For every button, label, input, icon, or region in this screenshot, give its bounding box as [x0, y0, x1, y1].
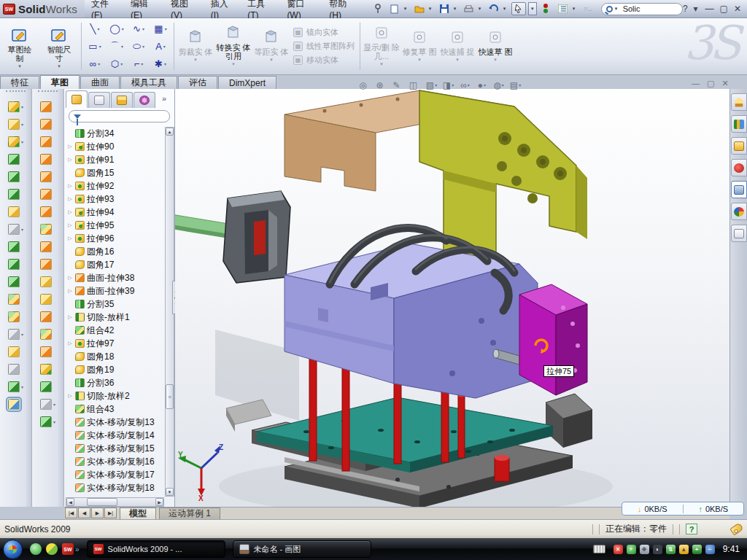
tree-item[interactable]: ▷ 拉伸92: [66, 179, 164, 192]
tree-item[interactable]: ▷ 圆角17: [66, 258, 164, 271]
doc-minimize-button[interactable]: —: [692, 79, 700, 88]
mirror-entities-icon[interactable]: ▦ 镜向实体: [293, 27, 355, 38]
help-icon[interactable]: ?: [683, 4, 688, 14]
boundary-surface-icon[interactable]: ▾: [32, 168, 63, 185]
keyboard-layout-icon[interactable]: [593, 545, 605, 553]
tray-icon[interactable]: ▲: [679, 545, 689, 554]
view-orientation-icon[interactable]: ▧▾: [425, 79, 438, 91]
spline-tool-icon[interactable]: ▾: [32, 413, 63, 430]
command-tab[interactable]: 模具工具: [120, 76, 177, 89]
tree-item[interactable]: ▷ 组合42: [66, 324, 164, 337]
pin-icon[interactable]: [371, 2, 385, 15]
command-right-button[interactable]: 快速草 图 ▾: [476, 18, 514, 74]
tree-item[interactable]: ▷ 拉伸93: [66, 192, 164, 206]
tree-item[interactable]: ▷ 拉伸94: [66, 206, 164, 219]
tray-icon[interactable]: −: [705, 545, 715, 554]
tree-item[interactable]: ▷ 拉伸95: [66, 219, 164, 232]
shell-icon[interactable]: ▾: [0, 185, 31, 203]
tray-icon[interactable]: ✕: [614, 545, 623, 554]
tree-filter-box[interactable]: [69, 110, 170, 122]
command-tab[interactable]: 草图: [40, 75, 80, 89]
command-right-button[interactable]: 修复草 图 ▾: [400, 18, 438, 74]
task-pane-tab[interactable]: [731, 115, 747, 133]
tree-item[interactable]: ▷ 实体-移动/复制13: [66, 416, 164, 429]
appearances-icon[interactable]: ●▾: [476, 79, 488, 91]
annotation-views-icon[interactable]: ▤▾: [509, 79, 522, 91]
new-caret[interactable]: ▾: [404, 6, 410, 12]
quick-launch-icon[interactable]: [46, 543, 58, 555]
reference-point-icon[interactable]: ▾: [0, 325, 31, 343]
quick-launch-icon[interactable]: SW: [62, 543, 74, 555]
tree-item[interactable]: ▷ 拉伸90: [66, 140, 164, 153]
tray-icon[interactable]: ❉: [640, 545, 649, 554]
taskbar-window-button[interactable]: 未命名 - 画图: [233, 540, 371, 558]
save-caret[interactable]: ▾: [454, 6, 460, 12]
tree-item[interactable]: ▷ 圆角15: [66, 166, 164, 179]
zoom-area-icon[interactable]: ⊛▾: [375, 79, 387, 91]
tree-item[interactable]: ▷ 实体-移动/复制18: [66, 481, 164, 494]
doc-restore-button[interactable]: ▢: [707, 79, 714, 88]
tab-nav-button[interactable]: ▶|: [104, 508, 117, 518]
tree-item[interactable]: ▷ 曲面-拉伸38: [66, 271, 164, 284]
dimxpertmanager-tab[interactable]: [133, 92, 155, 108]
command-mid-button[interactable]: 等距实 体 ▾: [252, 18, 290, 74]
polygon-icon[interactable]: ⬡▾: [106, 55, 128, 73]
lofted-boss-icon[interactable]: ▾: [0, 168, 31, 185]
tree-item[interactable]: ▷ 分割36: [66, 376, 164, 389]
scroll-left-icon[interactable]: ◀: [66, 498, 74, 506]
options-list-icon[interactable]: [556, 2, 570, 15]
rib-icon[interactable]: ▾: [0, 238, 31, 255]
scene-icon[interactable]: ◍▾: [492, 79, 505, 91]
select-caret[interactable]: ▾: [528, 2, 537, 15]
command-right-button[interactable]: 显示/删 除几... ▾: [363, 18, 400, 74]
print-icon[interactable]: [462, 2, 476, 15]
revolved-surface-icon[interactable]: ▾: [32, 115, 63, 133]
swept-boss-icon[interactable]: ▾: [0, 150, 31, 168]
line-icon[interactable]: ╲▾: [84, 20, 106, 38]
tag-icon[interactable]: [729, 522, 743, 535]
section-view-icon[interactable]: ◫▾: [409, 79, 421, 91]
move-copy-body-icon[interactable]: ▾: [0, 308, 31, 325]
command-tab[interactable]: 评估: [178, 76, 217, 89]
scrollbar-thumb[interactable]: [87, 498, 117, 506]
tray-icon[interactable]: ◗: [653, 545, 662, 554]
tree-item[interactable]: ▷ 分割35: [66, 298, 164, 311]
point-icon[interactable]: ✱▾: [150, 55, 171, 73]
open-icon[interactable]: [412, 2, 427, 15]
clock[interactable]: 9:41: [723, 544, 740, 554]
restore-button[interactable]: ▢: [720, 4, 728, 14]
graphics-viewport[interactable]: [175, 89, 729, 507]
lofted-surface-icon[interactable]: ▾: [32, 150, 63, 168]
task-pane-tab[interactable]: [731, 137, 747, 155]
reference-geometry-icon[interactable]: ▾: [32, 395, 63, 413]
tray-icon[interactable]: ⇅: [666, 545, 676, 554]
command-right-button[interactable]: 快速捕 捉 ▾: [438, 18, 476, 74]
quick-launch-icon[interactable]: [30, 543, 42, 555]
interference-lights-icon[interactable]: [539, 2, 554, 15]
sketch-picture-icon[interactable]: ▦▾: [150, 20, 171, 38]
tree-item[interactable]: ▷ 切除-放样1: [66, 311, 164, 324]
tree-item[interactable]: ▷ 拉伸91: [66, 153, 164, 166]
circle-icon[interactable]: ◯▾: [106, 20, 128, 38]
select-cursor-icon[interactable]: [511, 2, 526, 15]
help-caret[interactable]: ▾: [694, 4, 700, 14]
close-button[interactable]: ✕: [734, 4, 741, 14]
planar-surface-icon[interactable]: ▾: [32, 203, 63, 220]
task-pane-tab[interactable]: [731, 225, 747, 242]
offset-surface-icon[interactable]: ▾: [32, 220, 63, 238]
command-tab[interactable]: 曲面: [80, 76, 120, 89]
knit-surface-icon[interactable]: ▾: [32, 255, 63, 273]
task-pane-tab[interactable]: [731, 159, 747, 176]
tree-item[interactable]: ▷ 分割34: [66, 127, 164, 140]
filled-surface-icon[interactable]: ▾: [32, 185, 63, 203]
toolbar-grip[interactable]: [38, 90, 58, 96]
curve-icon[interactable]: ▾: [0, 378, 31, 395]
tray-icon[interactable]: ⚡: [627, 545, 636, 554]
command-mid-button[interactable]: 转换实 体引用 ▾: [214, 18, 252, 74]
task-pane-tab[interactable]: [731, 93, 747, 111]
document-tab[interactable]: 运动算例 1: [159, 508, 220, 519]
featuremanager-tab[interactable]: [66, 90, 88, 108]
tree-item[interactable]: ▷ 曲面-拉伸39: [66, 284, 164, 298]
replace-face-icon[interactable]: ▾: [32, 308, 63, 325]
scrollbar-thumb[interactable]: ≡: [166, 384, 174, 409]
